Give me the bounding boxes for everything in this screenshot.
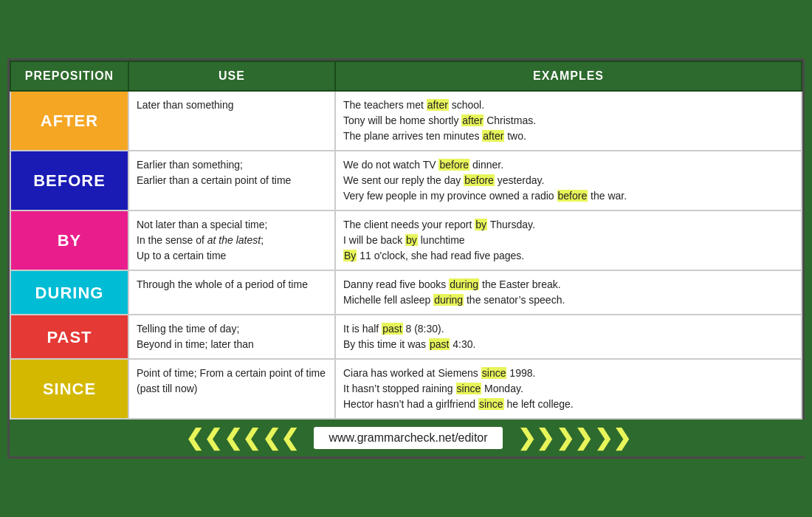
chevrons-right: ❯❯ ❯❯ ❯❯ xyxy=(517,427,631,449)
examples-cell-after: The teachers met after school.Tony will … xyxy=(335,91,802,151)
examples-cell-during: Danny read five books during the Easter … xyxy=(335,270,802,315)
chevron-right-3: ❯❯ xyxy=(594,427,631,449)
table-row: BYNot later than a special time;In the s… xyxy=(10,210,802,270)
examples-cell-past: It is half past 8 (8:30).By this time it… xyxy=(335,315,802,359)
table-header-row: PREPOSITION USE EXAMPLES xyxy=(10,61,802,91)
chevron-right-1: ❯❯ xyxy=(517,427,554,449)
header-examples: EXAMPLES xyxy=(335,61,802,91)
chevron-left-1: ❮❮ xyxy=(185,427,222,449)
examples-cell-before: We do not watch TV before dinner.We sent… xyxy=(335,151,802,210)
main-table-wrapper: PREPOSITION USE EXAMPLES AFTERLater than… xyxy=(7,58,805,459)
examples-cell-since: Ciara has worked at Siemens since 1998.I… xyxy=(335,359,802,419)
examples-cell-by: The client needs your report by Thursday… xyxy=(335,210,802,270)
preposition-cell-before: BEFORE xyxy=(10,151,128,210)
use-cell-before: Earlier than something;Earlier than a ce… xyxy=(128,151,335,210)
table-row: AFTERLater than somethingThe teachers me… xyxy=(10,91,802,151)
chevrons-left: ❮❮ ❮❮ ❮❮ xyxy=(185,427,299,449)
preposition-cell-past: PAST xyxy=(10,315,128,359)
use-cell-by: Not later than a special time;In the sen… xyxy=(128,210,335,270)
chevron-right-2: ❯❯ xyxy=(556,427,593,449)
table-row: PASTTelling the time of day;Beyond in ti… xyxy=(10,315,802,359)
header-use: USE xyxy=(128,61,335,91)
url-display[interactable]: www.grammarcheck.net/editor xyxy=(314,427,502,449)
table-row: DURINGThrough the whole of a period of t… xyxy=(10,270,802,315)
preposition-cell-during: DURING xyxy=(10,270,128,315)
prepositions-table: PREPOSITION USE EXAMPLES AFTERLater than… xyxy=(10,61,802,420)
header-preposition: PREPOSITION xyxy=(10,61,128,91)
footer-bar: ❮❮ ❮❮ ❮❮ www.grammarcheck.net/editor ❯❯ … xyxy=(10,420,807,456)
use-cell-since: Point of time; From a certain point of t… xyxy=(128,359,335,419)
table-row: SINCEPoint of time; From a certain point… xyxy=(10,359,802,419)
preposition-cell-after: AFTER xyxy=(10,91,128,151)
chevron-left-2: ❮❮ xyxy=(224,427,261,449)
use-cell-during: Through the whole of a period of time xyxy=(128,270,335,315)
use-cell-past: Telling the time of day;Beyond in time; … xyxy=(128,315,335,359)
preposition-cell-by: BY xyxy=(10,210,128,270)
table-row: BEFOREEarlier than something;Earlier tha… xyxy=(10,151,802,210)
use-cell-after: Later than something xyxy=(128,91,335,151)
preposition-cell-since: SINCE xyxy=(10,359,128,419)
chevron-left-3: ❮❮ xyxy=(262,427,299,449)
